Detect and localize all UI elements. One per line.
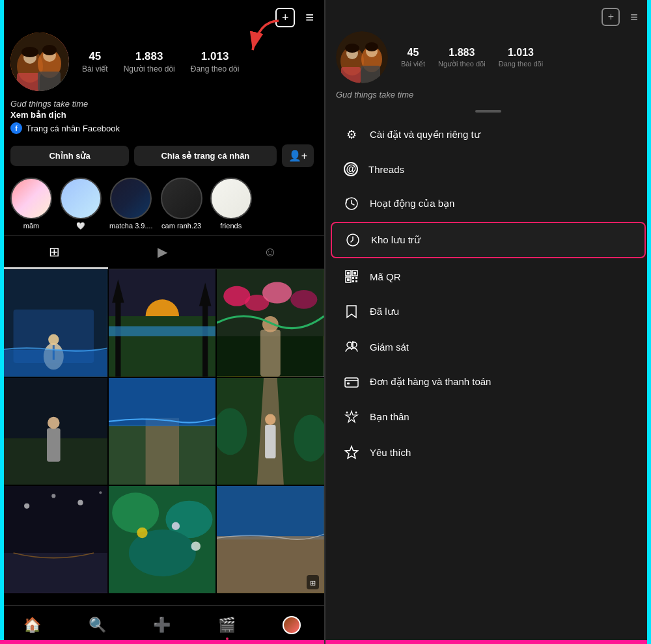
svg-rect-90	[345, 378, 358, 387]
photo-cell[interactable]	[0, 378, 107, 485]
photo-grid: ⊞	[0, 269, 324, 593]
highlight-item[interactable]: 🤍	[60, 178, 102, 230]
svg-rect-86	[355, 280, 357, 282]
facebook-icon: f	[10, 122, 22, 134]
photo-cell[interactable]: ⊞	[217, 486, 324, 593]
nav-home[interactable]: 🏠	[0, 606, 65, 644]
stat-followers: 1.883 Người theo dõi	[124, 50, 175, 74]
svg-point-7	[42, 45, 57, 55]
highlight-item[interactable]: măm	[10, 178, 52, 230]
photo-cell[interactable]	[0, 486, 107, 593]
nav-dot	[226, 637, 229, 640]
bottom-nav: 🏠 🔍 ➕ 🎬	[0, 605, 324, 644]
right-stat-followers: 1.883 Người theo dõi	[438, 47, 486, 68]
highlight-item[interactable]: cam ranh.23	[161, 178, 202, 230]
menu-list: ⚙ Cài đặt và quyền riêng tư @ Threads Ho…	[326, 115, 651, 473]
right-stats-row: 45 Bài viết 1.883 Người theo dõi 1.013 Đ…	[401, 47, 543, 68]
svg-point-50	[24, 503, 29, 509]
saved-icon	[344, 304, 359, 319]
nav-search[interactable]: 🔍	[65, 606, 130, 644]
menu-item-favorites[interactable]: Yêu thích	[331, 435, 646, 469]
photo-cell[interactable]	[109, 486, 216, 593]
action-buttons: Chỉnh sửa Chia sẻ trang cá nhân 👤+	[0, 139, 324, 172]
orders-icon	[344, 374, 359, 390]
menu-item-threads[interactable]: @ Threads	[331, 153, 646, 185]
stat-posts: 45 Bài viết	[82, 50, 108, 74]
svg-rect-19	[109, 316, 216, 377]
right-profile-section: 45 Bài viết 1.883 Người theo dõi 1.013 Đ…	[326, 31, 651, 90]
svg-rect-64	[217, 486, 324, 539]
svg-rect-15	[0, 349, 107, 376]
supervision-icon	[344, 339, 359, 355]
svg-point-32	[262, 316, 279, 332]
right-add-button[interactable]: +	[602, 8, 620, 26]
facebook-link[interactable]: f Trang cá nhân Facebook	[10, 122, 314, 134]
nav-avatar	[283, 616, 301, 634]
bio-section: Gud things take time Xem bản dịch f Tran…	[0, 99, 324, 139]
photo-cell[interactable]	[109, 378, 216, 485]
svg-rect-73	[341, 67, 361, 83]
svg-point-94	[355, 412, 357, 414]
stats-row: 45 Bài viết 1.883 Người theo dõi 1.013 Đ…	[82, 50, 239, 74]
photo-cell[interactable]	[217, 269, 324, 377]
nav-create[interactable]: ➕	[130, 606, 195, 644]
share-profile-button[interactable]: Chia sẻ trang cá nhân	[134, 146, 277, 166]
svg-rect-40	[145, 418, 178, 485]
menu-item-activity[interactable]: Hoạt động của bạn	[331, 187, 646, 221]
svg-point-13	[48, 334, 59, 345]
menu-item-supervision[interactable]: Giám sát	[331, 330, 646, 364]
menu-item-bestfriends[interactable]: Bạn thân	[331, 400, 646, 434]
menu-item-orders[interactable]: Đơn đặt hàng và thanh toán	[331, 365, 646, 399]
svg-rect-9	[38, 72, 61, 91]
threads-icon: @	[344, 162, 358, 176]
svg-point-72	[365, 42, 378, 51]
red-arrow	[240, 14, 292, 66]
svg-rect-83	[352, 277, 354, 279]
svg-rect-36	[47, 428, 61, 461]
svg-point-60	[137, 528, 147, 538]
svg-point-53	[99, 492, 102, 494]
menu-item-saved[interactable]: Đã lưu	[331, 295, 646, 329]
highlight-item[interactable]: matcha 3.9....	[109, 178, 153, 230]
svg-point-71	[345, 44, 359, 53]
photo-cell[interactable]	[0, 269, 107, 377]
drawer-bar	[475, 110, 501, 113]
right-stat-following: 1.013 Đang theo dõi	[499, 47, 544, 68]
edit-profile-button[interactable]: Chỉnh sửa	[10, 146, 129, 166]
tab-reels[interactable]: ▶	[108, 236, 216, 269]
svg-point-52	[77, 500, 83, 505]
nav-profile[interactable]	[259, 606, 324, 644]
highlights-row: măm 🤍 matcha 3.9.... cam ranh.23 friends	[0, 172, 324, 235]
photo-cell[interactable]	[217, 378, 324, 485]
right-menu-button[interactable]: ≡	[630, 10, 638, 25]
right-header: + ≡	[326, 0, 651, 31]
highlight-item[interactable]: friends	[210, 178, 252, 230]
qr-icon	[344, 269, 359, 284]
favorites-icon	[344, 444, 359, 460]
svg-point-30	[291, 290, 318, 309]
menu-item-qr[interactable]: Mã QR	[331, 260, 646, 293]
tab-bar: ⊞ ▶ ☺	[0, 235, 324, 269]
activity-icon	[344, 196, 359, 211]
svg-rect-31	[260, 330, 281, 377]
tab-tagged[interactable]: ☺	[216, 236, 324, 269]
menu-item-settings[interactable]: ⚙ Cài đặt và quyền riêng tư	[331, 118, 646, 152]
tab-grid[interactable]: ⊞	[0, 236, 108, 269]
svg-point-37	[48, 416, 60, 429]
svg-rect-46	[265, 425, 275, 458]
svg-rect-41	[109, 378, 216, 426]
right-bio: Gud things take time	[326, 90, 651, 105]
nav-reels[interactable]: 🎬	[195, 606, 260, 644]
highlight-circle	[161, 178, 202, 219]
right-panel: + ≡ 45 Bài viết	[326, 0, 651, 644]
svg-rect-85	[352, 280, 354, 282]
svg-point-29	[262, 282, 292, 304]
menu-button[interactable]: ≡	[305, 9, 314, 26]
photo-grid-container: ⊞	[0, 269, 324, 644]
add-user-button[interactable]: 👤+	[282, 144, 314, 167]
highlight-circle	[210, 178, 252, 219]
right-avatar	[336, 31, 388, 83]
photo-cell[interactable]	[109, 269, 216, 377]
svg-point-61	[171, 522, 179, 530]
menu-item-archive[interactable]: Kho lưu trữ	[331, 222, 646, 258]
